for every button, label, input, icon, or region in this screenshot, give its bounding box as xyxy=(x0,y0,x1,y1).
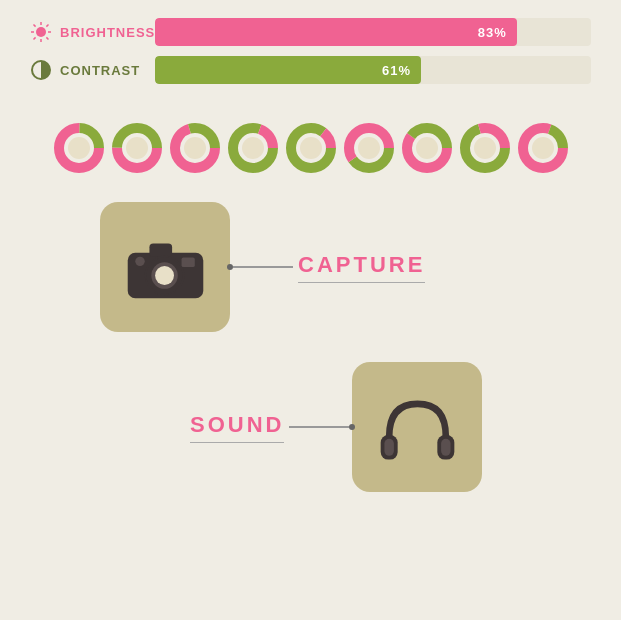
icons-section: CAPTURE SOUND xyxy=(0,192,621,502)
donut-5 xyxy=(285,122,337,174)
donut-3 xyxy=(169,122,221,174)
capture-label: CAPTURE xyxy=(298,252,425,283)
contrast-icon xyxy=(30,59,52,81)
contrast-track: 61% xyxy=(155,56,591,84)
svg-line-5 xyxy=(34,25,36,27)
svg-rect-42 xyxy=(181,257,194,266)
svg-line-7 xyxy=(46,25,48,27)
svg-point-21 xyxy=(242,137,264,159)
contrast-row: CONTRAST 61% xyxy=(30,56,591,84)
capture-connector: CAPTURE xyxy=(230,252,425,283)
donut-6 xyxy=(343,122,395,174)
donuts-section xyxy=(0,104,621,192)
donut-4 xyxy=(227,122,279,174)
svg-point-30 xyxy=(416,137,438,159)
svg-point-36 xyxy=(532,137,554,159)
sound-row: SOUND xyxy=(190,362,482,492)
sound-line xyxy=(289,426,349,428)
brightness-value: 83% xyxy=(478,25,507,40)
svg-line-8 xyxy=(34,37,36,39)
brightness-icon xyxy=(30,21,52,43)
sound-connector: SOUND xyxy=(190,412,352,443)
svg-point-12 xyxy=(68,137,90,159)
svg-point-0 xyxy=(36,27,46,37)
contrast-value: 61% xyxy=(382,63,411,78)
svg-point-41 xyxy=(155,266,174,285)
contrast-label: CONTRAST xyxy=(60,63,155,78)
sound-icon-box xyxy=(352,362,482,492)
svg-point-15 xyxy=(126,137,148,159)
donut-2 xyxy=(111,122,163,174)
capture-icon-box xyxy=(100,202,230,332)
svg-point-43 xyxy=(135,256,144,265)
brightness-fill: 83% xyxy=(155,18,517,46)
brightness-row: BRIGHTNESS 83% xyxy=(30,18,591,46)
svg-rect-47 xyxy=(441,438,450,455)
donut-1 xyxy=(53,122,105,174)
svg-point-33 xyxy=(474,137,496,159)
brightness-track: 83% xyxy=(155,18,591,46)
brightness-label: BRIGHTNESS xyxy=(60,25,155,40)
donut-9 xyxy=(517,122,569,174)
svg-point-27 xyxy=(358,137,380,159)
contrast-fill: 61% xyxy=(155,56,421,84)
svg-rect-38 xyxy=(149,243,172,256)
capture-line xyxy=(233,266,293,268)
meters-section: BRIGHTNESS 83% CONTRAST 61% xyxy=(0,0,621,104)
donut-7 xyxy=(401,122,453,174)
sound-label: SOUND xyxy=(190,412,284,443)
capture-row: CAPTURE xyxy=(100,202,425,332)
donut-8 xyxy=(459,122,511,174)
svg-line-6 xyxy=(46,37,48,39)
svg-point-24 xyxy=(300,137,322,159)
svg-point-18 xyxy=(184,137,206,159)
svg-rect-46 xyxy=(384,438,393,455)
